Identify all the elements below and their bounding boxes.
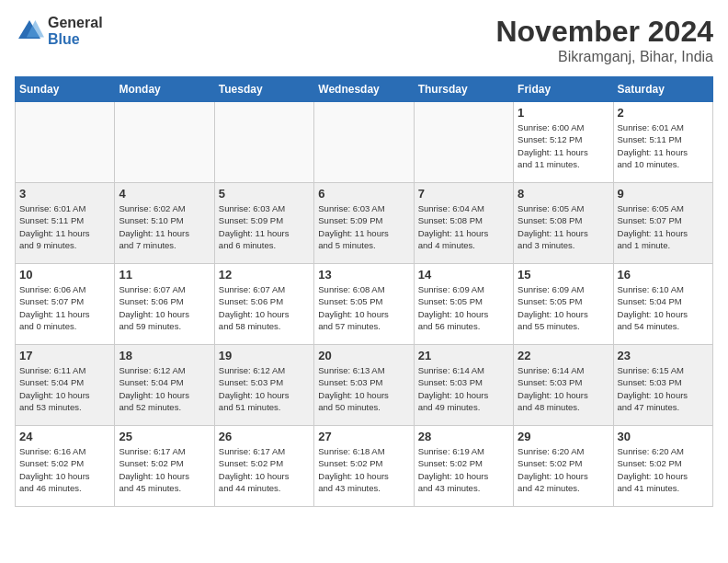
calendar-day-cell — [414, 102, 513, 183]
title-block: November 2024 Bikramganj, Bihar, India — [495, 15, 713, 65]
day-info: Sunrise: 6:13 AM Sunset: 5:03 PM Dayligh… — [318, 364, 409, 413]
calendar-day-cell: 24Sunrise: 6:16 AM Sunset: 5:02 PM Dayli… — [16, 426, 115, 507]
calendar-day-cell: 23Sunrise: 6:15 AM Sunset: 5:03 PM Dayli… — [613, 345, 712, 426]
calendar-day-cell: 3Sunrise: 6:01 AM Sunset: 5:11 PM Daylig… — [16, 183, 115, 264]
calendar-day-cell: 16Sunrise: 6:10 AM Sunset: 5:04 PM Dayli… — [613, 264, 712, 345]
day-number: 19 — [219, 349, 310, 362]
day-info: Sunrise: 6:12 AM Sunset: 5:03 PM Dayligh… — [219, 364, 310, 413]
day-info: Sunrise: 6:14 AM Sunset: 5:03 PM Dayligh… — [418, 364, 509, 413]
calendar-day-cell: 2Sunrise: 6:01 AM Sunset: 5:11 PM Daylig… — [613, 102, 712, 183]
day-info: Sunrise: 6:06 AM Sunset: 5:07 PM Dayligh… — [19, 283, 110, 332]
calendar-week-row: 3Sunrise: 6:01 AM Sunset: 5:11 PM Daylig… — [16, 183, 713, 264]
calendar-day-cell: 28Sunrise: 6:19 AM Sunset: 5:02 PM Dayli… — [414, 426, 513, 507]
weekday-header: Sunday — [16, 77, 115, 102]
day-number: 8 — [518, 187, 609, 201]
calendar-day-cell: 27Sunrise: 6:18 AM Sunset: 5:02 PM Dayli… — [314, 426, 414, 507]
calendar-day-cell: 4Sunrise: 6:02 AM Sunset: 5:10 PM Daylig… — [115, 183, 214, 264]
location-label: Bikramganj, Bihar, India — [495, 49, 713, 65]
day-number: 4 — [119, 187, 210, 201]
calendar-day-cell — [214, 102, 313, 183]
calendar-day-cell: 17Sunrise: 6:11 AM Sunset: 5:04 PM Dayli… — [16, 345, 115, 426]
day-number: 21 — [418, 349, 509, 362]
day-info: Sunrise: 6:18 AM Sunset: 5:02 PM Dayligh… — [318, 445, 409, 494]
day-number: 6 — [318, 187, 409, 201]
calendar-day-cell: 30Sunrise: 6:20 AM Sunset: 5:02 PM Dayli… — [613, 426, 712, 507]
day-info: Sunrise: 6:09 AM Sunset: 5:05 PM Dayligh… — [518, 283, 609, 332]
day-info: Sunrise: 6:17 AM Sunset: 5:02 PM Dayligh… — [219, 445, 310, 494]
calendar-day-cell: 11Sunrise: 6:07 AM Sunset: 5:06 PM Dayli… — [115, 264, 214, 345]
calendar-day-cell: 26Sunrise: 6:17 AM Sunset: 5:02 PM Dayli… — [214, 426, 313, 507]
day-info: Sunrise: 6:05 AM Sunset: 5:07 PM Dayligh… — [618, 202, 709, 251]
day-number: 9 — [618, 187, 709, 201]
logo-general-label: General — [48, 15, 103, 31]
calendar-day-cell — [16, 102, 115, 183]
day-number: 11 — [119, 268, 210, 282]
weekday-header: Thursday — [414, 77, 513, 102]
day-number: 29 — [518, 430, 609, 443]
calendar-day-cell: 7Sunrise: 6:04 AM Sunset: 5:08 PM Daylig… — [414, 183, 513, 264]
weekday-header: Saturday — [613, 77, 712, 102]
calendar-table: SundayMondayTuesdayWednesdayThursdayFrid… — [15, 76, 713, 507]
calendar-week-row: 1Sunrise: 6:00 AM Sunset: 5:12 PM Daylig… — [16, 102, 713, 183]
day-info: Sunrise: 6:09 AM Sunset: 5:05 PM Dayligh… — [418, 283, 509, 332]
calendar-day-cell: 13Sunrise: 6:08 AM Sunset: 5:05 PM Dayli… — [314, 264, 414, 345]
day-number: 20 — [318, 349, 409, 362]
day-info: Sunrise: 6:05 AM Sunset: 5:08 PM Dayligh… — [518, 202, 609, 251]
day-number: 17 — [19, 349, 110, 362]
logo-icon — [15, 17, 44, 46]
day-number: 1 — [518, 106, 609, 120]
day-info: Sunrise: 6:04 AM Sunset: 5:08 PM Dayligh… — [418, 202, 509, 251]
day-number: 22 — [518, 349, 609, 362]
calendar-day-cell: 15Sunrise: 6:09 AM Sunset: 5:05 PM Dayli… — [514, 264, 613, 345]
calendar-day-cell: 6Sunrise: 6:03 AM Sunset: 5:09 PM Daylig… — [314, 183, 414, 264]
calendar-day-cell: 22Sunrise: 6:14 AM Sunset: 5:03 PM Dayli… — [514, 345, 613, 426]
day-info: Sunrise: 6:01 AM Sunset: 5:11 PM Dayligh… — [19, 202, 110, 251]
day-info: Sunrise: 6:20 AM Sunset: 5:02 PM Dayligh… — [618, 445, 709, 494]
day-number: 3 — [19, 187, 110, 201]
day-info: Sunrise: 6:01 AM Sunset: 5:11 PM Dayligh… — [618, 121, 709, 170]
calendar-day-cell: 12Sunrise: 6:07 AM Sunset: 5:06 PM Dayli… — [214, 264, 313, 345]
calendar-day-cell: 20Sunrise: 6:13 AM Sunset: 5:03 PM Dayli… — [314, 345, 414, 426]
page-header: General Blue November 2024 Bikramganj, B… — [15, 15, 713, 65]
day-number: 5 — [219, 187, 310, 201]
calendar-day-cell: 18Sunrise: 6:12 AM Sunset: 5:04 PM Dayli… — [115, 345, 214, 426]
day-number: 25 — [119, 430, 210, 443]
weekday-header: Wednesday — [314, 77, 414, 102]
weekday-header: Friday — [514, 77, 613, 102]
calendar-day-cell: 10Sunrise: 6:06 AM Sunset: 5:07 PM Dayli… — [16, 264, 115, 345]
day-number: 15 — [518, 268, 609, 282]
calendar-day-cell: 21Sunrise: 6:14 AM Sunset: 5:03 PM Dayli… — [414, 345, 513, 426]
calendar-week-row: 10Sunrise: 6:06 AM Sunset: 5:07 PM Dayli… — [16, 264, 713, 345]
day-number: 2 — [618, 106, 709, 120]
calendar-day-cell: 8Sunrise: 6:05 AM Sunset: 5:08 PM Daylig… — [514, 183, 613, 264]
day-number: 7 — [418, 187, 509, 201]
logo: General Blue — [15, 15, 103, 47]
day-info: Sunrise: 6:08 AM Sunset: 5:05 PM Dayligh… — [318, 283, 409, 332]
day-info: Sunrise: 6:17 AM Sunset: 5:02 PM Dayligh… — [119, 445, 210, 494]
calendar-day-cell: 9Sunrise: 6:05 AM Sunset: 5:07 PM Daylig… — [613, 183, 712, 264]
day-info: Sunrise: 6:07 AM Sunset: 5:06 PM Dayligh… — [219, 283, 310, 332]
day-number: 16 — [618, 268, 709, 282]
day-info: Sunrise: 6:11 AM Sunset: 5:04 PM Dayligh… — [19, 364, 110, 413]
calendar-day-cell — [314, 102, 414, 183]
day-number: 13 — [318, 268, 409, 282]
day-info: Sunrise: 6:15 AM Sunset: 5:03 PM Dayligh… — [618, 364, 709, 413]
day-info: Sunrise: 6:10 AM Sunset: 5:04 PM Dayligh… — [618, 283, 709, 332]
day-info: Sunrise: 6:03 AM Sunset: 5:09 PM Dayligh… — [219, 202, 310, 251]
day-number: 12 — [219, 268, 310, 282]
day-number: 10 — [19, 268, 110, 282]
calendar-day-cell: 5Sunrise: 6:03 AM Sunset: 5:09 PM Daylig… — [214, 183, 313, 264]
weekday-header: Tuesday — [214, 77, 313, 102]
day-number: 14 — [418, 268, 509, 282]
calendar-week-row: 17Sunrise: 6:11 AM Sunset: 5:04 PM Dayli… — [16, 345, 713, 426]
day-info: Sunrise: 6:16 AM Sunset: 5:02 PM Dayligh… — [19, 445, 110, 494]
weekday-header: Monday — [115, 77, 214, 102]
day-number: 26 — [219, 430, 310, 443]
calendar-day-cell: 29Sunrise: 6:20 AM Sunset: 5:02 PM Dayli… — [514, 426, 613, 507]
day-info: Sunrise: 6:02 AM Sunset: 5:10 PM Dayligh… — [119, 202, 210, 251]
day-info: Sunrise: 6:19 AM Sunset: 5:02 PM Dayligh… — [418, 445, 509, 494]
day-number: 30 — [618, 430, 709, 443]
day-number: 28 — [418, 430, 509, 443]
calendar-week-row: 24Sunrise: 6:16 AM Sunset: 5:02 PM Dayli… — [16, 426, 713, 507]
day-info: Sunrise: 6:12 AM Sunset: 5:04 PM Dayligh… — [119, 364, 210, 413]
